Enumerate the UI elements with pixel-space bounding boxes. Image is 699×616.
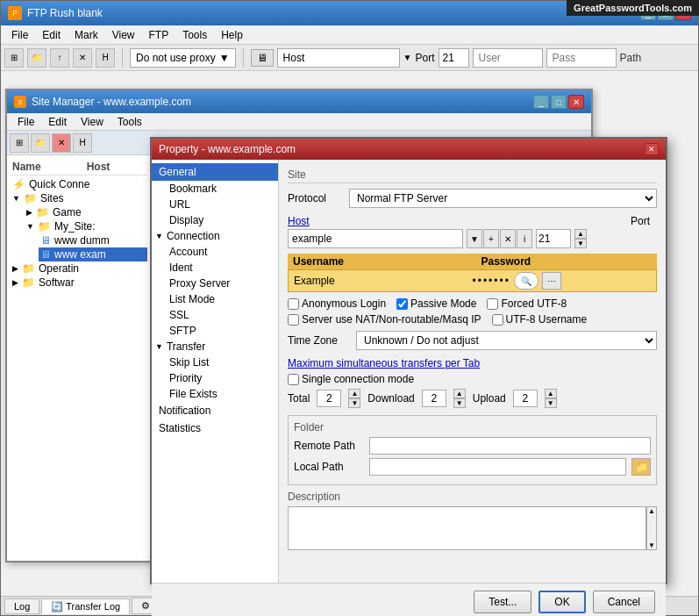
nav-priority[interactable]: Priority bbox=[152, 370, 278, 386]
menu-view[interactable]: View bbox=[105, 27, 142, 43]
tree-item-softwar[interactable]: ▶ 📁 Softwar bbox=[11, 276, 147, 290]
upload-input[interactable] bbox=[513, 390, 538, 407]
sm-close-button[interactable]: ✕ bbox=[568, 95, 584, 109]
sm-menu-file[interactable]: File bbox=[11, 114, 41, 130]
tree-item-quickconnect[interactable]: ⚡ Quick Conne bbox=[11, 177, 147, 191]
forced-utf8-checkbox[interactable] bbox=[487, 298, 498, 310]
nav-bookmark[interactable]: Bookmark bbox=[152, 181, 278, 197]
anon-login-checkbox[interactable] bbox=[288, 298, 299, 310]
download-down-button[interactable]: ▼ bbox=[453, 398, 466, 408]
port-input[interactable] bbox=[439, 48, 469, 68]
upload-down-button[interactable]: ▼ bbox=[545, 398, 557, 408]
nav-statistics[interactable]: Statistics bbox=[152, 419, 278, 437]
port-down-button[interactable]: ▼ bbox=[574, 239, 587, 248]
nav-url[interactable]: URL bbox=[152, 197, 278, 212]
total-input[interactable] bbox=[317, 390, 341, 407]
host-btn-info[interactable]: i bbox=[517, 229, 532, 248]
tree-item-wwwexam[interactable]: 🖥 www exam bbox=[39, 247, 147, 261]
toolbar-btn-4[interactable]: ✕ bbox=[73, 48, 92, 68]
password-reveal-button[interactable]: 🔍 bbox=[514, 272, 539, 290]
nav-file-exists[interactable]: File Exists bbox=[152, 386, 278, 402]
menu-tools[interactable]: Tools bbox=[175, 27, 214, 43]
sm-toolbar-btn-2[interactable]: 📁 bbox=[31, 133, 50, 153]
port-field[interactable] bbox=[536, 229, 571, 248]
total-up-button[interactable]: ▲ bbox=[348, 389, 360, 398]
nav-ident[interactable]: Ident bbox=[152, 260, 278, 276]
status-tab-log[interactable]: Log bbox=[4, 598, 39, 614]
desc-scroll-down[interactable]: ▼ bbox=[647, 541, 656, 549]
menu-file[interactable]: File bbox=[4, 27, 35, 43]
sm-minimize-button[interactable]: _ bbox=[533, 95, 549, 109]
host-btn-down[interactable]: ▼ bbox=[467, 229, 482, 248]
description-textarea[interactable] bbox=[288, 506, 646, 550]
toolbar-btn-3[interactable]: ↑ bbox=[50, 48, 69, 68]
total-down-button[interactable]: ▼ bbox=[348, 398, 360, 408]
tree-item-sites[interactable]: ▼ 📁 Sites bbox=[11, 191, 147, 205]
menu-ftp[interactable]: FTP bbox=[142, 27, 176, 43]
upload-up-button[interactable]: ▲ bbox=[545, 389, 557, 398]
ok-button[interactable]: OK bbox=[539, 591, 585, 613]
utf8-username-checkbox[interactable] bbox=[492, 314, 503, 326]
menu-help[interactable]: Help bbox=[214, 27, 250, 43]
nav-list-mode[interactable]: List Mode bbox=[152, 291, 278, 307]
tree-item-operatin[interactable]: ▶ 📁 Operatin bbox=[11, 261, 147, 276]
download-up-button[interactable]: ▲ bbox=[453, 389, 466, 398]
sm-toolbar-btn-4[interactable]: H bbox=[73, 133, 92, 153]
menu-edit[interactable]: Edit bbox=[35, 27, 68, 43]
nav-proxy-server[interactable]: Proxy Server bbox=[152, 276, 278, 291]
passive-mode-checkbox[interactable] bbox=[396, 298, 408, 310]
sm-restore-button[interactable]: □ bbox=[551, 95, 567, 109]
nav-account[interactable]: Account bbox=[152, 244, 278, 260]
nav-general[interactable]: General bbox=[152, 163, 278, 181]
sm-menu-edit[interactable]: Edit bbox=[41, 114, 74, 130]
download-input[interactable] bbox=[422, 390, 446, 407]
tree-item-wwwdumm[interactable]: 🖥 www dumm bbox=[39, 233, 147, 247]
nav-sftp[interactable]: SFTP bbox=[152, 323, 278, 339]
port-up-button[interactable]: ▲ bbox=[574, 229, 587, 239]
sm-toolbar-btn-delete[interactable]: ✕ bbox=[52, 133, 71, 153]
local-path-browse-button[interactable]: 📁 bbox=[631, 458, 651, 476]
single-conn-checkbox[interactable] bbox=[288, 374, 299, 385]
utf8-username-checkbox-item[interactable]: UTF-8 Username bbox=[492, 313, 588, 326]
host-field[interactable] bbox=[288, 229, 463, 248]
sm-menu-tools[interactable]: Tools bbox=[111, 114, 149, 130]
remote-path-input[interactable] bbox=[369, 437, 651, 455]
site-tree-panel: Name Host ⚡ Quick Conne ▼ 📁 Sites ▶ 📁 bbox=[7, 155, 152, 561]
host-btn-add[interactable]: + bbox=[483, 229, 499, 248]
toolbar-btn-1[interactable]: ⊞ bbox=[4, 48, 24, 68]
menu-mark[interactable]: Mark bbox=[68, 27, 105, 43]
single-conn-checkbox-item[interactable]: Single connection mode bbox=[288, 373, 414, 385]
sm-menu-view[interactable]: View bbox=[74, 114, 111, 130]
forced-utf8-checkbox-item[interactable]: Forced UTF-8 bbox=[487, 297, 567, 310]
toolbar-btn-5[interactable]: H bbox=[96, 48, 115, 68]
nav-skip-list[interactable]: Skip List bbox=[152, 355, 278, 370]
protocol-select[interactable]: Normal FTP Server SFTP FTP over SSL (Exp… bbox=[349, 189, 657, 208]
user-input[interactable] bbox=[473, 48, 543, 68]
host-btn-del[interactable]: ✕ bbox=[500, 229, 516, 248]
tree-item-mysite[interactable]: ▼ 📁 My_Site: bbox=[25, 219, 147, 233]
nav-transfer[interactable]: ▼ Transfer bbox=[152, 339, 278, 355]
local-path-input[interactable] bbox=[369, 458, 626, 476]
prop-close-button[interactable]: ✕ bbox=[645, 143, 659, 155]
host-input[interactable] bbox=[277, 48, 400, 68]
server-nat-checkbox-item[interactable]: Server use NAT/Non-routable/Masq IP bbox=[288, 313, 481, 326]
timezone-select[interactable]: Unknown / Do not adjust UTC GMT bbox=[356, 331, 657, 350]
toolbar-btn-2[interactable]: 📁 bbox=[27, 48, 46, 68]
nav-ssl[interactable]: SSL bbox=[152, 307, 278, 323]
pass-input[interactable] bbox=[546, 48, 617, 68]
tree-item-game[interactable]: ▶ 📁 Game bbox=[25, 205, 147, 219]
sm-toolbar-btn-1[interactable]: ⊞ bbox=[10, 133, 29, 153]
proxy-dropdown[interactable]: Do not use proxy ▼ bbox=[130, 48, 236, 68]
description-scrollbar[interactable]: ▲ ▼ bbox=[646, 506, 657, 550]
passive-mode-checkbox-item[interactable]: Passive Mode bbox=[396, 297, 476, 310]
desc-scroll-up[interactable]: ▲ bbox=[647, 507, 656, 515]
status-tab-transfer[interactable]: 🔄 Transfer Log bbox=[41, 598, 130, 614]
password-options-button[interactable]: ⋯ bbox=[542, 272, 561, 290]
test-button[interactable]: Test... bbox=[474, 591, 531, 613]
nav-notification[interactable]: Notification bbox=[152, 402, 278, 419]
anon-login-checkbox-item[interactable]: Anonymous Login bbox=[288, 297, 386, 310]
server-nat-checkbox[interactable] bbox=[288, 314, 299, 326]
nav-display[interactable]: Display bbox=[152, 212, 278, 228]
nav-connection[interactable]: ▼ Connection bbox=[152, 228, 278, 244]
cancel-button[interactable]: Cancel bbox=[593, 591, 655, 613]
